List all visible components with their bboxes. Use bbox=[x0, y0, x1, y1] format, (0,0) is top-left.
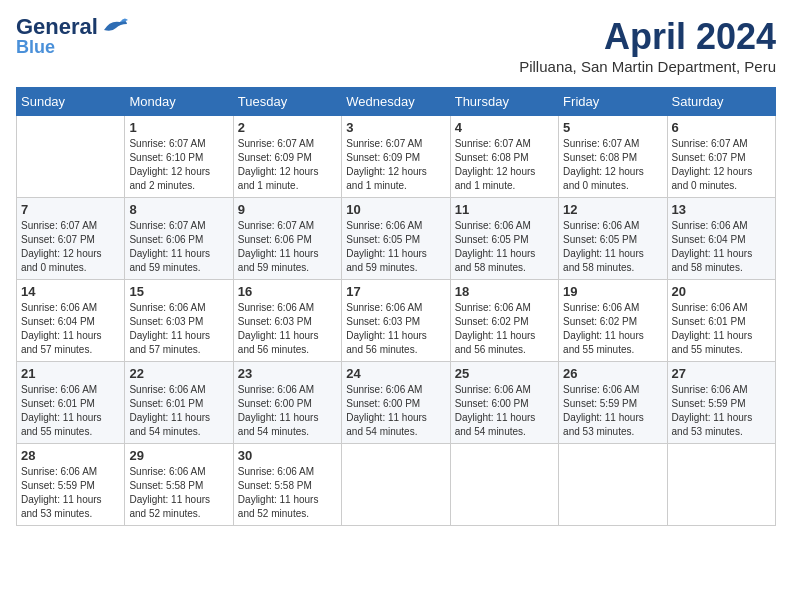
calendar-week-row: 7Sunrise: 6:07 AM Sunset: 6:07 PM Daylig… bbox=[17, 198, 776, 280]
title-block: April 2024 Pilluana, San Martin Departme… bbox=[519, 16, 776, 75]
day-number: 29 bbox=[129, 448, 228, 463]
logo-text: General bbox=[16, 16, 98, 38]
day-number: 3 bbox=[346, 120, 445, 135]
day-info: Sunrise: 6:06 AM Sunset: 6:01 PM Dayligh… bbox=[672, 301, 771, 357]
day-number: 19 bbox=[563, 284, 662, 299]
day-number: 26 bbox=[563, 366, 662, 381]
header-saturday: Saturday bbox=[667, 88, 775, 116]
day-number: 30 bbox=[238, 448, 337, 463]
month-title: April 2024 bbox=[519, 16, 776, 58]
day-info: Sunrise: 6:06 AM Sunset: 6:00 PM Dayligh… bbox=[346, 383, 445, 439]
day-info: Sunrise: 6:06 AM Sunset: 6:00 PM Dayligh… bbox=[238, 383, 337, 439]
calendar-cell: 23Sunrise: 6:06 AM Sunset: 6:00 PM Dayli… bbox=[233, 362, 341, 444]
header-monday: Monday bbox=[125, 88, 233, 116]
calendar-cell: 18Sunrise: 6:06 AM Sunset: 6:02 PM Dayli… bbox=[450, 280, 558, 362]
calendar-week-row: 28Sunrise: 6:06 AM Sunset: 5:59 PM Dayli… bbox=[17, 444, 776, 526]
day-info: Sunrise: 6:07 AM Sunset: 6:09 PM Dayligh… bbox=[346, 137, 445, 193]
calendar-table: SundayMondayTuesdayWednesdayThursdayFrid… bbox=[16, 87, 776, 526]
day-number: 9 bbox=[238, 202, 337, 217]
day-info: Sunrise: 6:06 AM Sunset: 5:58 PM Dayligh… bbox=[238, 465, 337, 521]
day-number: 2 bbox=[238, 120, 337, 135]
header-thursday: Thursday bbox=[450, 88, 558, 116]
day-info: Sunrise: 6:06 AM Sunset: 6:01 PM Dayligh… bbox=[129, 383, 228, 439]
day-info: Sunrise: 6:06 AM Sunset: 5:59 PM Dayligh… bbox=[21, 465, 120, 521]
calendar-cell: 16Sunrise: 6:06 AM Sunset: 6:03 PM Dayli… bbox=[233, 280, 341, 362]
calendar-cell: 25Sunrise: 6:06 AM Sunset: 6:00 PM Dayli… bbox=[450, 362, 558, 444]
day-number: 7 bbox=[21, 202, 120, 217]
day-info: Sunrise: 6:06 AM Sunset: 6:05 PM Dayligh… bbox=[455, 219, 554, 275]
day-info: Sunrise: 6:06 AM Sunset: 6:03 PM Dayligh… bbox=[238, 301, 337, 357]
day-info: Sunrise: 6:06 AM Sunset: 6:02 PM Dayligh… bbox=[563, 301, 662, 357]
calendar-cell: 6Sunrise: 6:07 AM Sunset: 6:07 PM Daylig… bbox=[667, 116, 775, 198]
day-number: 11 bbox=[455, 202, 554, 217]
calendar-cell: 13Sunrise: 6:06 AM Sunset: 6:04 PM Dayli… bbox=[667, 198, 775, 280]
calendar-cell bbox=[559, 444, 667, 526]
calendar-week-row: 21Sunrise: 6:06 AM Sunset: 6:01 PM Dayli… bbox=[17, 362, 776, 444]
day-number: 21 bbox=[21, 366, 120, 381]
calendar-cell: 22Sunrise: 6:06 AM Sunset: 6:01 PM Dayli… bbox=[125, 362, 233, 444]
day-number: 10 bbox=[346, 202, 445, 217]
day-number: 27 bbox=[672, 366, 771, 381]
day-number: 20 bbox=[672, 284, 771, 299]
day-info: Sunrise: 6:06 AM Sunset: 6:05 PM Dayligh… bbox=[563, 219, 662, 275]
day-info: Sunrise: 6:06 AM Sunset: 6:00 PM Dayligh… bbox=[455, 383, 554, 439]
calendar-cell: 11Sunrise: 6:06 AM Sunset: 6:05 PM Dayli… bbox=[450, 198, 558, 280]
day-number: 15 bbox=[129, 284, 228, 299]
calendar-cell: 1Sunrise: 6:07 AM Sunset: 6:10 PM Daylig… bbox=[125, 116, 233, 198]
calendar-cell: 3Sunrise: 6:07 AM Sunset: 6:09 PM Daylig… bbox=[342, 116, 450, 198]
day-info: Sunrise: 6:06 AM Sunset: 6:04 PM Dayligh… bbox=[21, 301, 120, 357]
logo: General Blue bbox=[16, 16, 128, 57]
day-info: Sunrise: 6:06 AM Sunset: 6:03 PM Dayligh… bbox=[129, 301, 228, 357]
calendar-cell: 10Sunrise: 6:06 AM Sunset: 6:05 PM Dayli… bbox=[342, 198, 450, 280]
calendar-cell: 5Sunrise: 6:07 AM Sunset: 6:08 PM Daylig… bbox=[559, 116, 667, 198]
calendar-cell: 4Sunrise: 6:07 AM Sunset: 6:08 PM Daylig… bbox=[450, 116, 558, 198]
day-number: 24 bbox=[346, 366, 445, 381]
day-info: Sunrise: 6:07 AM Sunset: 6:10 PM Dayligh… bbox=[129, 137, 228, 193]
day-number: 14 bbox=[21, 284, 120, 299]
header-sunday: Sunday bbox=[17, 88, 125, 116]
calendar-cell: 20Sunrise: 6:06 AM Sunset: 6:01 PM Dayli… bbox=[667, 280, 775, 362]
calendar-cell bbox=[342, 444, 450, 526]
calendar-cell bbox=[17, 116, 125, 198]
day-info: Sunrise: 6:07 AM Sunset: 6:06 PM Dayligh… bbox=[238, 219, 337, 275]
calendar-cell: 17Sunrise: 6:06 AM Sunset: 6:03 PM Dayli… bbox=[342, 280, 450, 362]
calendar-cell: 30Sunrise: 6:06 AM Sunset: 5:58 PM Dayli… bbox=[233, 444, 341, 526]
logo-blue-text: Blue bbox=[16, 37, 55, 57]
day-number: 23 bbox=[238, 366, 337, 381]
calendar-cell: 27Sunrise: 6:06 AM Sunset: 5:59 PM Dayli… bbox=[667, 362, 775, 444]
day-number: 5 bbox=[563, 120, 662, 135]
calendar-cell: 8Sunrise: 6:07 AM Sunset: 6:06 PM Daylig… bbox=[125, 198, 233, 280]
header-wednesday: Wednesday bbox=[342, 88, 450, 116]
calendar-cell bbox=[667, 444, 775, 526]
calendar-cell: 26Sunrise: 6:06 AM Sunset: 5:59 PM Dayli… bbox=[559, 362, 667, 444]
header: General Blue April 2024 Pilluana, San Ma… bbox=[16, 16, 776, 75]
day-info: Sunrise: 6:07 AM Sunset: 6:07 PM Dayligh… bbox=[672, 137, 771, 193]
day-info: Sunrise: 6:06 AM Sunset: 6:03 PM Dayligh… bbox=[346, 301, 445, 357]
day-number: 16 bbox=[238, 284, 337, 299]
day-info: Sunrise: 6:07 AM Sunset: 6:06 PM Dayligh… bbox=[129, 219, 228, 275]
day-number: 1 bbox=[129, 120, 228, 135]
day-info: Sunrise: 6:06 AM Sunset: 6:02 PM Dayligh… bbox=[455, 301, 554, 357]
calendar-week-row: 1Sunrise: 6:07 AM Sunset: 6:10 PM Daylig… bbox=[17, 116, 776, 198]
calendar-cell: 21Sunrise: 6:06 AM Sunset: 6:01 PM Dayli… bbox=[17, 362, 125, 444]
header-tuesday: Tuesday bbox=[233, 88, 341, 116]
calendar-week-row: 14Sunrise: 6:06 AM Sunset: 6:04 PM Dayli… bbox=[17, 280, 776, 362]
day-info: Sunrise: 6:06 AM Sunset: 6:04 PM Dayligh… bbox=[672, 219, 771, 275]
day-number: 6 bbox=[672, 120, 771, 135]
day-info: Sunrise: 6:06 AM Sunset: 6:05 PM Dayligh… bbox=[346, 219, 445, 275]
day-info: Sunrise: 6:07 AM Sunset: 6:07 PM Dayligh… bbox=[21, 219, 120, 275]
day-number: 13 bbox=[672, 202, 771, 217]
location-title: Pilluana, San Martin Department, Peru bbox=[519, 58, 776, 75]
calendar-cell: 14Sunrise: 6:06 AM Sunset: 6:04 PM Dayli… bbox=[17, 280, 125, 362]
day-info: Sunrise: 6:07 AM Sunset: 6:09 PM Dayligh… bbox=[238, 137, 337, 193]
calendar-cell: 28Sunrise: 6:06 AM Sunset: 5:59 PM Dayli… bbox=[17, 444, 125, 526]
day-number: 4 bbox=[455, 120, 554, 135]
calendar-cell: 9Sunrise: 6:07 AM Sunset: 6:06 PM Daylig… bbox=[233, 198, 341, 280]
calendar-cell: 19Sunrise: 6:06 AM Sunset: 6:02 PM Dayli… bbox=[559, 280, 667, 362]
calendar-cell: 29Sunrise: 6:06 AM Sunset: 5:58 PM Dayli… bbox=[125, 444, 233, 526]
day-number: 28 bbox=[21, 448, 120, 463]
day-number: 17 bbox=[346, 284, 445, 299]
day-number: 25 bbox=[455, 366, 554, 381]
calendar-cell: 24Sunrise: 6:06 AM Sunset: 6:00 PM Dayli… bbox=[342, 362, 450, 444]
day-number: 18 bbox=[455, 284, 554, 299]
